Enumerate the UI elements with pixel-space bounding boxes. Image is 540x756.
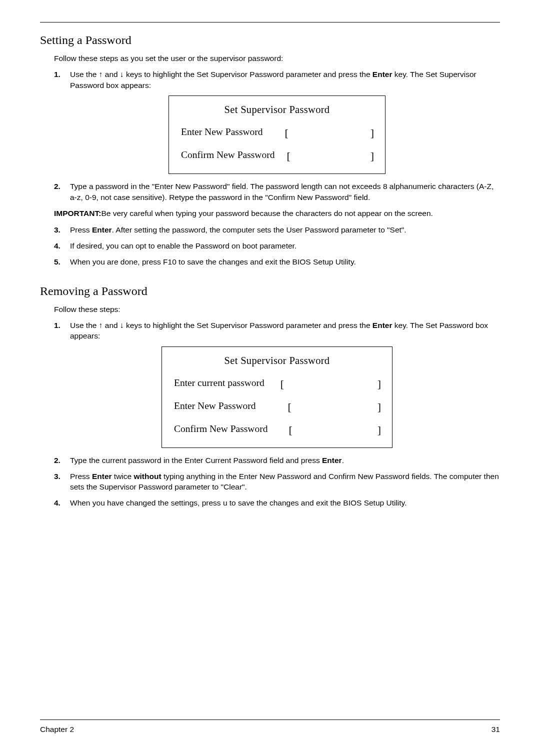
section2-step-4: 4. When you have changed the settings, p… [54, 498, 500, 508]
section1-step-2: 2. Type a password in the "Enter New Pas… [54, 181, 500, 202]
bracket-right: ] [378, 378, 381, 390]
bracket-left: [ [285, 126, 288, 140]
step-number: 3. [54, 471, 70, 492]
footer-page-number: 31 [492, 725, 500, 734]
step-text: When you have changed the settings, pres… [70, 498, 500, 508]
section2-step-3: 3. Press Enter twice without typing anyt… [54, 471, 500, 492]
bios-dialog-title: Set Supervisor Password [180, 104, 374, 116]
bracket-right: ] [378, 400, 381, 414]
section2-steps-cont: 2. Type the current password in the Ente… [54, 455, 500, 508]
section1-intro: Follow these steps as you set the user o… [54, 54, 500, 63]
step-number: 1. [54, 320, 70, 342]
section1-steps: 1. Use the ↑ and ↓ keys to highlight the… [54, 69, 500, 90]
bracket-left: [ [286, 150, 290, 162]
bracket-left: [ [288, 424, 292, 436]
bios-label: Confirm New Password [174, 424, 268, 436]
bracket-right: ] [370, 150, 374, 162]
important-text: Be very careful when typing your passwor… [101, 208, 432, 219]
down-arrow-icon: ↓ [120, 321, 124, 330]
bios-dialog-remove: Set Supervisor Password Enter current pa… [162, 346, 392, 448]
bios-dialog-title: Set Supervisor Password [173, 355, 381, 366]
bios-row-enter-new: Enter New Password [ ] [180, 126, 374, 140]
enter-key: Enter [92, 472, 112, 480]
step-text: Type the current password in the Enter C… [70, 455, 500, 466]
important-note: IMPORTANT:Be very careful when typing yo… [54, 208, 500, 219]
section2-steps: 1. Use the ↑ and ↓ keys to highlight the… [54, 320, 500, 342]
step-number: 1. [54, 69, 70, 90]
step-text: Press Enter. After setting the password,… [70, 224, 500, 236]
section1-step-1: 1. Use the ↑ and ↓ keys to highlight the… [54, 69, 500, 90]
step-text: If desired, you can opt to enable the Pa… [70, 240, 500, 252]
enter-key: Enter [92, 226, 112, 234]
heading-setting-password: Setting a Password [40, 34, 500, 47]
page-footer: Chapter 2 31 [40, 720, 500, 734]
step-number: 2. [54, 455, 70, 466]
step-text: Type a password in the "Enter New Passwo… [70, 181, 500, 202]
step-number: 5. [54, 256, 70, 268]
enter-key: Enter [372, 70, 392, 78]
section1-step-5: 5. When you are done, press F10 to save … [54, 256, 500, 268]
enter-key: Enter [372, 321, 392, 330]
without-bold: without [134, 472, 162, 480]
step-text: Use the ↑ and ↓ keys to highlight the Se… [70, 320, 500, 342]
bios-row-current: Enter current password [ ] [173, 378, 381, 390]
bios-row-enter-new: Enter New Password [ ] [173, 400, 381, 414]
section1-step-4: 4. If desired, you can opt to enable the… [54, 240, 500, 252]
bios-label: Enter New Password [174, 400, 256, 414]
footer-rule [40, 720, 500, 720]
section1-step-3: 3. Press Enter. After setting the passwo… [54, 224, 500, 236]
heading-removing-password: Removing a Password [40, 284, 500, 298]
step-number: 3. [54, 224, 70, 236]
important-label: IMPORTANT: [54, 208, 101, 219]
step-text: When you are done, press F10 to save the… [70, 256, 500, 268]
footer-chapter: Chapter 2 [40, 725, 74, 734]
step-number: 4. [54, 240, 70, 252]
step-number: 2. [54, 181, 70, 202]
section1-steps-rest: 3. Press Enter. After setting the passwo… [54, 224, 500, 267]
enter-key: Enter [322, 456, 342, 464]
section2-body: Follow these steps: 1. Use the ↑ and ↓ k… [40, 305, 500, 508]
step-text: Use the ↑ and ↓ keys to highlight the Se… [70, 69, 500, 90]
bracket-right: ] [378, 424, 381, 436]
step-text: Press Enter twice without typing anythin… [70, 471, 500, 492]
bios-label: Enter New Password [181, 126, 263, 140]
section2-intro: Follow these steps: [54, 305, 500, 314]
section2-step-1: 1. Use the ↑ and ↓ keys to highlight the… [54, 320, 500, 342]
section2-step-2: 2. Type the current password in the Ente… [54, 455, 500, 466]
bracket-left: [ [288, 400, 292, 414]
bios-label: Confirm New Password [181, 150, 274, 162]
bracket-left: [ [280, 378, 284, 390]
step-number: 4. [54, 498, 70, 508]
bios-row-confirm-new: Confirm New Password [ ] [180, 150, 374, 162]
header-rule [40, 22, 500, 22]
section1-body: Follow these steps as you set the user o… [40, 54, 500, 268]
bios-row-confirm-new: Confirm New Password [ ] [173, 424, 381, 436]
bracket-right: ] [370, 126, 374, 140]
bios-label: Enter current password [174, 378, 264, 390]
bios-dialog-set: Set Supervisor Password Enter New Passwo… [168, 96, 386, 174]
down-arrow-icon: ↓ [120, 70, 124, 78]
section1-steps-cont: 2. Type a password in the "Enter New Pas… [54, 181, 500, 202]
